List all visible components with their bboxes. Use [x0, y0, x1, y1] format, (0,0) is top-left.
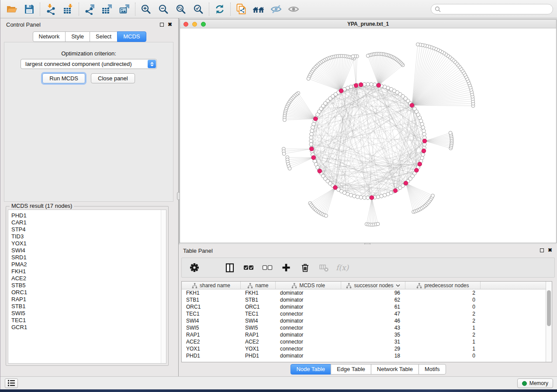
- table-row[interactable]: RAP1RAP1dominator352: [182, 331, 546, 338]
- network-node[interactable]: [310, 132, 313, 136]
- open-file-button[interactable]: [3, 1, 21, 17]
- network-node[interactable]: [421, 126, 425, 129]
- hide-selected-button[interactable]: [267, 1, 285, 17]
- close-panel-icon[interactable]: ✖: [548, 248, 552, 252]
- mcds-dominator-node[interactable]: [418, 162, 422, 166]
- column-header-name[interactable]: name: [241, 282, 276, 289]
- network-node[interactable]: [416, 43, 420, 46]
- mcds-result-item[interactable]: SWI5: [8, 310, 166, 317]
- table-row[interactable]: SWI5SWI5connector431: [182, 324, 546, 331]
- mcds-result-item[interactable]: RAP1: [8, 296, 166, 303]
- network-node[interactable]: [359, 196, 363, 199]
- network-node[interactable]: [351, 55, 355, 58]
- table-row[interactable]: ORC1ORC1dominator610: [182, 303, 546, 310]
- show-task-history-button[interactable]: [5, 378, 18, 388]
- network-node[interactable]: [309, 143, 313, 146]
- network-node[interactable]: [356, 195, 359, 199]
- save-session-button[interactable]: [21, 1, 38, 17]
- search-input[interactable]: [441, 5, 553, 14]
- copy-style-button[interactable]: [232, 1, 250, 17]
- network-window-titlebar[interactable]: YPA_prune.txt_1: [180, 20, 556, 28]
- refresh-layout-button[interactable]: [211, 1, 228, 17]
- table-row[interactable]: TEC1TEC1connector472: [182, 310, 546, 317]
- unselect-all-columns-button[interactable]: [261, 261, 274, 275]
- zoom-in-button[interactable]: [137, 1, 155, 17]
- mcds-result-item[interactable]: STB5: [8, 282, 166, 289]
- table-row[interactable]: SWI4SWI4dominator462: [182, 317, 546, 324]
- mcds-result-item[interactable]: SRD1: [8, 254, 166, 261]
- mcds-dominator-node[interactable]: [410, 103, 414, 107]
- network-node[interactable]: [422, 132, 426, 136]
- network-node[interactable]: [309, 139, 313, 143]
- network-node[interactable]: [370, 83, 373, 86]
- mcds-dominator-node[interactable]: [354, 83, 358, 88]
- show-columns-button[interactable]: [223, 261, 236, 275]
- mcds-result-item[interactable]: YOX1: [8, 240, 166, 247]
- table-settings-button[interactable]: [188, 261, 201, 275]
- network-node[interactable]: [310, 129, 314, 132]
- mcds-dominator-node[interactable]: [318, 169, 322, 173]
- tab-edge-table[interactable]: Edge Table: [331, 364, 371, 375]
- mcds-dominator-node[interactable]: [377, 83, 381, 88]
- show-all-button[interactable]: [285, 1, 302, 17]
- mcds-result-item[interactable]: GCR1: [8, 324, 166, 331]
- close-panel-button[interactable]: Close panel: [91, 73, 135, 83]
- table-row[interactable]: PHD1PHD1dominator180: [182, 352, 546, 359]
- mcds-dominator-node[interactable]: [310, 147, 314, 151]
- export-image-button[interactable]: [116, 1, 133, 17]
- mcds-dominator-node[interactable]: [404, 181, 408, 186]
- mcds-result-item[interactable]: FKH1: [8, 268, 166, 275]
- mcds-result-item[interactable]: CAR1: [8, 219, 166, 226]
- zoom-fit-button[interactable]: [172, 1, 190, 17]
- network-node[interactable]: [363, 196, 366, 199]
- table-row[interactable]: FKH1FKH1dominator962: [182, 289, 546, 296]
- mcds-dominator-node[interactable]: [415, 168, 419, 172]
- mcds-result-item[interactable]: ORC1: [8, 289, 166, 296]
- tab-motifs[interactable]: Motifs: [419, 364, 446, 375]
- mcds-dominator-node[interactable]: [311, 155, 316, 160]
- delete-column-button[interactable]: [298, 261, 311, 275]
- network-node[interactable]: [283, 118, 287, 122]
- mcds-result-item[interactable]: PMA2: [8, 261, 166, 268]
- select-all-columns-button[interactable]: [242, 261, 255, 275]
- first-neighbors-button[interactable]: [250, 1, 267, 17]
- network-node[interactable]: [349, 193, 353, 197]
- network-node[interactable]: [366, 54, 370, 58]
- network-node[interactable]: [325, 214, 328, 217]
- mcds-dominator-node[interactable]: [314, 117, 318, 121]
- zoom-out-button[interactable]: [155, 1, 172, 17]
- mcds-result-item[interactable]: TID3: [8, 233, 166, 240]
- column-header-successor-nodes[interactable]: successor nodes: [341, 282, 405, 289]
- optimization-criterion-dropdown[interactable]: largest connected component (undirected): [21, 59, 157, 69]
- tab-mcds[interactable]: MCDS: [117, 31, 146, 42]
- float-panel-icon[interactable]: [540, 248, 544, 252]
- export-network-button[interactable]: [81, 1, 98, 17]
- network-node[interactable]: [376, 195, 380, 199]
- import-table-button[interactable]: [59, 1, 77, 17]
- network-node[interactable]: [312, 122, 315, 126]
- export-table-button[interactable]: [98, 1, 116, 17]
- mcds-result-item[interactable]: ACE2: [8, 275, 166, 282]
- network-node[interactable]: [288, 167, 291, 170]
- tab-network-table[interactable]: Network Table: [371, 364, 419, 375]
- network-node[interactable]: [366, 196, 370, 199]
- create-column-button[interactable]: [280, 261, 293, 275]
- mcds-result-item[interactable]: TEC1: [8, 317, 166, 324]
- mcds-result-item[interactable]: STP4: [8, 226, 166, 233]
- table-row[interactable]: ACE2ACE2connector311: [182, 338, 546, 345]
- network-node[interactable]: [376, 222, 380, 226]
- network-node[interactable]: [421, 153, 425, 156]
- network-node[interactable]: [422, 129, 426, 132]
- table-scrollbar-thumb[interactable]: [547, 290, 551, 326]
- network-node[interactable]: [307, 77, 310, 80]
- table-scrollbar[interactable]: [546, 282, 552, 362]
- mcds-dominator-node[interactable]: [422, 149, 426, 153]
- network-node[interactable]: [353, 194, 356, 198]
- network-node[interactable]: [309, 136, 313, 139]
- network-node[interactable]: [380, 194, 383, 198]
- network-node[interactable]: [431, 194, 435, 197]
- zoom-selected-button[interactable]: [190, 1, 207, 17]
- close-panel-icon[interactable]: ✖: [168, 23, 172, 27]
- column-header-predecessor-nodes[interactable]: predecessor nodes: [405, 282, 481, 289]
- table-row[interactable]: YOX1YOX1connector291: [182, 345, 546, 352]
